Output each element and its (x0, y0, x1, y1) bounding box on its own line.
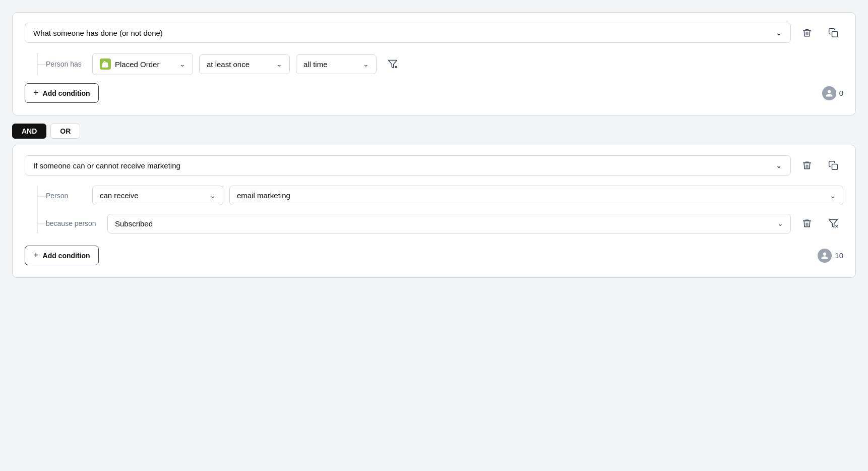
add-condition-row-2: + Add condition 10 (25, 246, 843, 265)
condition-type-label-1: What someone has done (or not done) (33, 29, 163, 37)
add-condition-label-2: Add condition (43, 252, 90, 260)
frequency-label: at least once (207, 60, 250, 69)
filter-button-1[interactable] (383, 54, 403, 74)
person-row: Person can receive ⌄ email marketing ⌄ (46, 186, 843, 205)
condition-header-1: What someone has done (or not done) ⌄ (25, 23, 843, 43)
event-label: Placed Order (115, 60, 159, 69)
add-condition-row-1: + Add condition 0 (25, 83, 843, 103)
svg-rect-0 (832, 32, 838, 37)
time-chevron-icon: ⌄ (363, 60, 369, 68)
person-has-label: Person has (46, 60, 86, 68)
event-chevron-icon: ⌄ (179, 60, 185, 68)
count-badge-2: 10 (818, 249, 843, 263)
can-receive-dropdown[interactable]: can receive ⌄ (92, 186, 223, 205)
count-number-2: 10 (835, 251, 843, 260)
shopify-icon (100, 58, 111, 70)
add-condition-button-1[interactable]: + Add condition (25, 83, 99, 103)
condition-header-2: If someone can or cannot receive marketi… (25, 155, 843, 175)
or-button[interactable]: OR (50, 124, 80, 139)
subscribed-label: Subscribed (115, 219, 153, 228)
marketing-type-chevron-icon: ⌄ (830, 192, 836, 200)
subscribed-dropdown[interactable]: Subscribed ⌄ (107, 214, 791, 233)
delete-subscribed-button[interactable] (797, 213, 817, 233)
condition-type-label-2: If someone can or cannot receive marketi… (33, 161, 180, 170)
delete-button-1[interactable] (797, 23, 817, 43)
marketing-type-label: email marketing (237, 191, 290, 200)
condition-rows-2: Person can receive ⌄ email marketing ⌄ b… (37, 186, 843, 233)
plus-icon-1: + (33, 88, 39, 98)
copy-button-2[interactable] (823, 155, 843, 175)
and-button[interactable]: AND (12, 124, 46, 139)
count-number-1: 0 (839, 89, 843, 97)
person-label: Person (46, 192, 86, 200)
condition-row-1: Person has Placed Order ⌄ at least once … (37, 53, 843, 75)
plus-icon-2: + (33, 250, 39, 261)
user-avatar-1 (822, 86, 836, 100)
user-avatar-2 (818, 249, 832, 263)
marketing-type-dropdown[interactable]: email marketing ⌄ (229, 186, 843, 205)
can-receive-chevron-icon: ⌄ (210, 192, 216, 200)
delete-button-2[interactable] (797, 155, 817, 175)
condition-type-dropdown-2[interactable]: If someone can or cannot receive marketi… (25, 155, 791, 175)
frequency-chevron-icon: ⌄ (276, 60, 282, 68)
time-label: all time (303, 60, 328, 69)
condition-block-1: What someone has done (or not done) ⌄ Pe… (12, 12, 856, 115)
chevron-down-icon-2: ⌄ (776, 161, 782, 170)
condition-type-dropdown-1[interactable]: What someone has done (or not done) ⌄ (25, 23, 791, 43)
add-condition-label-1: Add condition (43, 89, 90, 97)
copy-button-1[interactable] (823, 23, 843, 43)
condition-rows-1: Person has Placed Order ⌄ at least once … (25, 53, 843, 75)
svg-rect-4 (832, 164, 838, 170)
frequency-dropdown[interactable]: at least once ⌄ (199, 54, 290, 74)
because-person-label: because person (46, 219, 101, 227)
can-receive-label: can receive (100, 191, 139, 200)
time-dropdown[interactable]: all time ⌄ (296, 54, 377, 74)
event-dropdown[interactable]: Placed Order ⌄ (92, 53, 193, 75)
chevron-down-icon-1: ⌄ (776, 28, 782, 37)
count-badge-1: 0 (822, 86, 843, 100)
subscribed-chevron-icon: ⌄ (777, 219, 783, 227)
because-person-row: because person Subscribed ⌄ (46, 213, 843, 233)
condition-block-2: If someone can or cannot receive marketi… (12, 145, 856, 278)
filter-subscribed-button[interactable] (823, 213, 843, 233)
logic-row: AND OR (12, 124, 856, 139)
add-condition-button-2[interactable]: + Add condition (25, 246, 99, 265)
